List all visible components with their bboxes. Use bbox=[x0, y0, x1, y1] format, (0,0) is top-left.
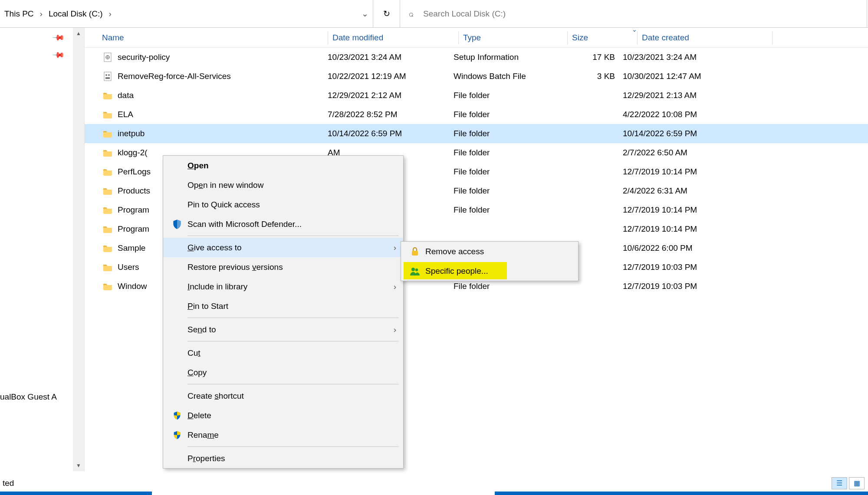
address-dropdown-icon[interactable]: ⌄ bbox=[362, 9, 368, 19]
file-row[interactable]: inetpub10/14/2022 6:59 PMFile folder10/1… bbox=[85, 124, 868, 143]
breadcrumb-local-disk[interactable]: Local Disk (C:) bbox=[47, 9, 105, 19]
ctx-give-access-to[interactable]: Give access to › bbox=[163, 238, 403, 257]
folder-icon bbox=[102, 167, 113, 177]
scroll-down-arrow-icon[interactable]: ▼ bbox=[73, 460, 84, 471]
uac-shield-icon bbox=[169, 430, 185, 440]
sort-descending-icon: ⌄ bbox=[632, 26, 637, 33]
address-bar[interactable]: This PC › Local Disk (C:) › ⌄ bbox=[0, 0, 373, 27]
col-name[interactable]: Name bbox=[102, 33, 328, 43]
col-type[interactable]: Type bbox=[463, 33, 567, 43]
file-row[interactable]: RemoveReg-force-All-Services10/22/2021 1… bbox=[85, 67, 868, 86]
thumbnails-view-icon: ▦ bbox=[854, 479, 860, 487]
cell-type: File folder bbox=[454, 129, 558, 138]
file-name: PerfLogs bbox=[118, 167, 151, 177]
submenu-arrow-icon: › bbox=[394, 325, 396, 334]
file-name: Program bbox=[118, 205, 149, 215]
cell-created: 4/22/2022 10:08 PM bbox=[623, 110, 753, 119]
search-icon: ⌕ bbox=[409, 9, 414, 19]
chevron-right-icon[interactable]: › bbox=[36, 9, 47, 19]
refresh-icon: ↻ bbox=[383, 9, 390, 19]
breadcrumb-this-pc[interactable]: This PC bbox=[3, 9, 36, 19]
file-name: Products bbox=[118, 186, 150, 196]
file-name: ELA bbox=[118, 110, 133, 119]
ctx-copy[interactable]: Copy bbox=[163, 363, 403, 382]
give-access-submenu: Remove access Specific people... bbox=[401, 241, 579, 281]
file-name: Users bbox=[118, 262, 139, 272]
cell-date: 10/23/2021 3:24 AM bbox=[328, 52, 454, 62]
ctx-include-in-library[interactable]: Include in library › bbox=[163, 277, 403, 296]
folder-icon bbox=[102, 148, 113, 157]
thumbnails-view-button[interactable]: ▦ bbox=[849, 477, 865, 489]
ctx-rename[interactable]: Rename bbox=[163, 425, 403, 445]
cell-type: File folder bbox=[454, 186, 558, 196]
subctx-specific-people[interactable]: Specific people... bbox=[401, 261, 578, 281]
ctx-scan-defender[interactable]: Scan with Microsoft Defender... bbox=[163, 214, 403, 234]
cell-created: 2/7/2022 6:50 AM bbox=[623, 148, 753, 157]
ctx-pin-quick-access[interactable]: Pin to Quick access bbox=[163, 195, 403, 214]
context-menu: Open Open in new window Pin to Quick acc… bbox=[163, 155, 404, 469]
cell-size: 3 KB bbox=[558, 72, 623, 81]
ctx-delete[interactable]: Delete bbox=[163, 406, 403, 425]
cell-type: Windows Batch File bbox=[454, 72, 558, 81]
cell-created: 12/29/2021 2:13 AM bbox=[623, 91, 753, 100]
cell-date: 12/29/2021 2:12 AM bbox=[328, 91, 454, 100]
file-name: RemoveReg-force-All-Services bbox=[118, 72, 231, 81]
inf-file-icon bbox=[102, 52, 113, 62]
folder-icon bbox=[102, 91, 113, 100]
cell-type: File folder bbox=[454, 205, 558, 215]
subctx-remove-access[interactable]: Remove access bbox=[401, 242, 578, 261]
svg-point-5 bbox=[105, 74, 107, 76]
col-size[interactable]: Size ⌄ bbox=[572, 33, 637, 43]
cell-type: File folder bbox=[454, 91, 558, 100]
chevron-right-icon[interactable]: › bbox=[104, 9, 115, 19]
svg-rect-4 bbox=[104, 72, 111, 81]
ctx-create-shortcut[interactable]: Create shortcut bbox=[163, 386, 403, 406]
file-name: Sample bbox=[118, 243, 145, 253]
cell-size: 17 KB bbox=[558, 52, 623, 62]
file-name: klogg-2( bbox=[118, 148, 148, 157]
sidebar-item[interactable]: ualBox Guest A bbox=[0, 392, 57, 402]
cell-created: 10/30/2021 12:47 AM bbox=[623, 72, 753, 81]
ctx-properties[interactable]: Properties bbox=[163, 449, 403, 468]
sidebar-scrollbar[interactable]: ▲ ▼ bbox=[73, 28, 84, 471]
cell-type: Setup Information bbox=[454, 52, 558, 62]
file-row[interactable]: security-policy10/23/2021 3:24 AMSetup I… bbox=[85, 48, 868, 67]
col-date-modified[interactable]: Date modified bbox=[332, 33, 458, 43]
file-name: Window bbox=[118, 282, 147, 291]
search-bar[interactable]: ⌕ bbox=[400, 0, 867, 27]
cell-created: 12/7/2019 10:14 PM bbox=[623, 167, 753, 177]
cell-type: File folder bbox=[454, 110, 558, 119]
file-name: Program bbox=[118, 224, 149, 234]
view-toggles: ☰ ▦ bbox=[832, 477, 865, 489]
ctx-pin-to-start[interactable]: Pin to Start bbox=[163, 296, 403, 316]
file-row[interactable]: ELA7/28/2022 8:52 PMFile folder4/22/2022… bbox=[85, 105, 868, 124]
ctx-cut[interactable]: Cut bbox=[163, 343, 403, 363]
status-bar: ted ☰ ▦ bbox=[0, 471, 868, 495]
search-input[interactable] bbox=[423, 9, 867, 19]
cell-created: 2/4/2022 6:31 AM bbox=[623, 186, 753, 196]
svg-point-9 bbox=[411, 268, 415, 271]
svg-rect-8 bbox=[412, 251, 418, 256]
cell-type: File folder bbox=[454, 282, 558, 291]
details-view-button[interactable]: ☰ bbox=[832, 477, 847, 489]
ctx-send-to[interactable]: Send to › bbox=[163, 320, 403, 339]
ctx-open-new-window[interactable]: Open in new window bbox=[163, 175, 403, 195]
cell-created: 12/7/2019 10:03 PM bbox=[623, 282, 753, 291]
svg-rect-7 bbox=[105, 77, 110, 79]
refresh-button[interactable]: ↻ bbox=[373, 0, 400, 27]
pin-icon[interactable]: 📌 bbox=[52, 48, 65, 62]
pin-icon[interactable]: 📌 bbox=[52, 31, 65, 44]
svg-point-6 bbox=[108, 74, 110, 76]
submenu-arrow-icon: › bbox=[394, 282, 396, 292]
cell-created: 10/23/2021 3:24 AM bbox=[623, 52, 753, 62]
file-row[interactable]: data12/29/2021 2:12 AMFile folder12/29/2… bbox=[85, 86, 868, 105]
people-icon bbox=[407, 267, 423, 275]
ctx-open[interactable]: Open bbox=[163, 156, 403, 175]
cell-created: 10/14/2022 6:59 PM bbox=[623, 129, 753, 138]
details-view-icon: ☰ bbox=[836, 479, 842, 487]
col-date-created[interactable]: Date created bbox=[642, 33, 772, 43]
progress-bar-left bbox=[0, 492, 152, 495]
scroll-up-arrow-icon[interactable]: ▲ bbox=[73, 28, 84, 39]
folder-icon bbox=[102, 110, 113, 119]
ctx-restore-versions[interactable]: Restore previous versions bbox=[163, 257, 403, 277]
